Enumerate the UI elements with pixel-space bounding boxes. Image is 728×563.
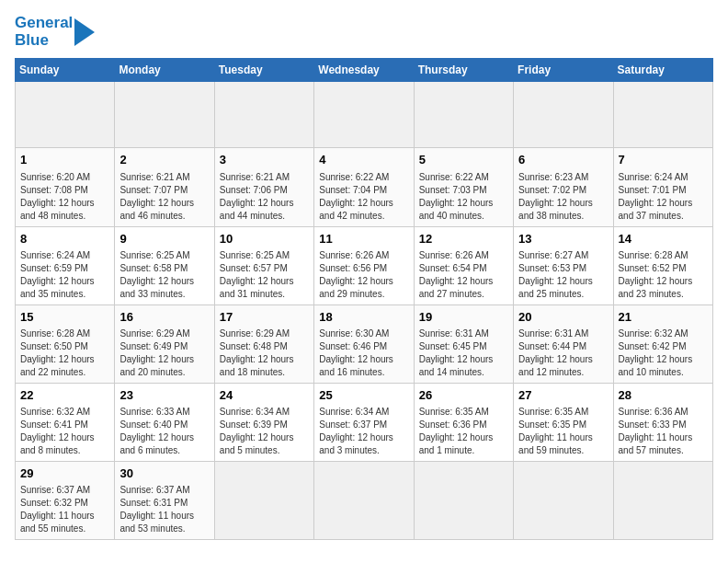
table-cell: 7Sunrise: 6:24 AMSunset: 7:01 PMDaylight…	[613, 148, 712, 226]
day-info: and 42 minutes.	[319, 210, 408, 223]
day-info: Daylight: 11 hours	[20, 510, 109, 523]
day-info: and 10 minutes.	[619, 366, 708, 379]
col-friday: Friday	[514, 59, 613, 82]
col-tuesday: Tuesday	[214, 59, 313, 82]
col-wednesday: Wednesday	[314, 59, 414, 82]
day-info: Sunset: 7:01 PM	[619, 184, 708, 197]
day-info: Sunrise: 6:33 AM	[119, 406, 209, 419]
table-cell: 25Sunrise: 6:34 AMSunset: 6:37 PMDayligh…	[314, 383, 414, 461]
day-info: Sunrise: 6:34 AM	[319, 406, 408, 419]
table-cell: 18Sunrise: 6:30 AMSunset: 6:46 PMDayligh…	[314, 304, 414, 383]
day-info: Daylight: 12 hours	[619, 197, 708, 210]
day-info: Sunset: 6:42 PM	[619, 340, 708, 353]
day-number: 22	[20, 387, 109, 404]
day-info: Daylight: 11 hours	[619, 431, 708, 444]
day-number: 25	[319, 387, 408, 404]
table-cell: 9Sunrise: 6:25 AMSunset: 6:58 PMDaylight…	[115, 226, 214, 304]
table-cell: 8Sunrise: 6:24 AMSunset: 6:59 PMDaylight…	[16, 226, 115, 304]
day-info: Sunset: 6:57 PM	[220, 262, 309, 275]
day-info: Sunset: 6:54 PM	[419, 262, 508, 275]
table-cell: 27Sunrise: 6:35 AMSunset: 6:35 PMDayligh…	[514, 383, 613, 461]
day-info: and 57 minutes.	[619, 444, 708, 457]
day-number: 4	[319, 152, 408, 168]
day-info: Sunrise: 6:25 AM	[119, 249, 209, 262]
day-number: 8	[20, 231, 109, 247]
day-info: Sunrise: 6:32 AM	[619, 327, 708, 340]
day-info: Sunrise: 6:20 AM	[20, 171, 109, 184]
table-cell: 10Sunrise: 6:25 AMSunset: 6:57 PMDayligh…	[214, 226, 313, 304]
day-info: Daylight: 12 hours	[119, 431, 209, 444]
table-cell	[314, 462, 414, 540]
day-info: Sunset: 6:36 PM	[419, 419, 508, 431]
day-info: and 22 minutes.	[20, 366, 109, 379]
day-info: Sunset: 7:07 PM	[119, 184, 209, 197]
table-cell: 4Sunrise: 6:22 AMSunset: 7:04 PMDaylight…	[314, 148, 414, 226]
day-info: Sunset: 6:35 PM	[518, 419, 608, 431]
table-cell	[414, 82, 513, 148]
day-info: Sunrise: 6:23 AM	[518, 171, 608, 184]
day-info: and 5 minutes.	[220, 444, 309, 457]
day-info: and 59 minutes.	[518, 444, 608, 457]
day-info: Daylight: 12 hours	[220, 275, 309, 288]
day-info: Sunrise: 6:24 AM	[619, 171, 708, 184]
day-info: Sunrise: 6:35 AM	[518, 406, 608, 419]
day-info: Sunset: 6:45 PM	[419, 340, 508, 353]
day-info: Sunrise: 6:24 AM	[20, 249, 109, 262]
table-cell: 16Sunrise: 6:29 AMSunset: 6:49 PMDayligh…	[115, 304, 214, 383]
day-number: 3	[220, 152, 309, 168]
table-cell	[613, 462, 712, 540]
table-cell: 29Sunrise: 6:37 AMSunset: 6:32 PMDayligh…	[16, 462, 115, 540]
day-info: Sunrise: 6:21 AM	[119, 171, 209, 184]
day-info: Sunset: 6:41 PM	[20, 419, 109, 431]
day-info: and 12 minutes.	[518, 366, 608, 379]
day-info: Sunset: 6:40 PM	[119, 419, 209, 431]
header: General Blue	[15, 15, 713, 49]
day-number: 16	[119, 309, 209, 326]
day-info: Daylight: 12 hours	[220, 431, 309, 444]
table-cell: 6Sunrise: 6:23 AMSunset: 7:02 PMDaylight…	[514, 148, 613, 226]
day-info: and 37 minutes.	[619, 210, 708, 223]
day-info: Sunrise: 6:21 AM	[220, 171, 309, 184]
day-info: Sunset: 6:59 PM	[20, 262, 109, 275]
col-monday: Monday	[115, 59, 214, 82]
day-number: 12	[419, 231, 508, 247]
day-info: Daylight: 12 hours	[419, 197, 508, 210]
day-info: Daylight: 12 hours	[119, 197, 209, 210]
day-info: and 18 minutes.	[220, 366, 309, 379]
day-info: and 23 minutes.	[619, 288, 708, 301]
table-cell: 20Sunrise: 6:31 AMSunset: 6:44 PMDayligh…	[514, 304, 613, 383]
table-cell: 2Sunrise: 6:21 AMSunset: 7:07 PMDaylight…	[115, 148, 214, 226]
day-info: Sunrise: 6:29 AM	[220, 327, 309, 340]
day-info: and 46 minutes.	[119, 210, 209, 223]
day-info: Sunset: 6:39 PM	[220, 419, 309, 431]
day-info: Sunset: 6:32 PM	[20, 497, 109, 510]
day-number: 10	[220, 231, 309, 247]
day-info: Daylight: 12 hours	[119, 353, 209, 366]
day-number: 6	[518, 152, 608, 168]
day-info: Daylight: 12 hours	[419, 275, 508, 288]
day-info: and 35 minutes.	[20, 288, 109, 301]
day-info: Daylight: 12 hours	[419, 431, 508, 444]
day-info: Daylight: 12 hours	[518, 197, 608, 210]
day-info: Sunrise: 6:31 AM	[419, 327, 508, 340]
calendar-table: Sunday Monday Tuesday Wednesday Thursday…	[15, 58, 713, 540]
day-info: Daylight: 12 hours	[20, 431, 109, 444]
day-info: Sunrise: 6:26 AM	[319, 249, 408, 262]
day-info: and 48 minutes.	[20, 210, 109, 223]
calendar-row	[16, 82, 713, 148]
calendar-row: 29Sunrise: 6:37 AMSunset: 6:32 PMDayligh…	[16, 462, 713, 540]
day-info: Daylight: 12 hours	[619, 275, 708, 288]
day-info: and 3 minutes.	[319, 444, 408, 457]
day-info: Daylight: 12 hours	[319, 197, 408, 210]
day-info: Sunrise: 6:34 AM	[220, 406, 309, 419]
day-info: Sunset: 7:03 PM	[419, 184, 508, 197]
day-info: and 14 minutes.	[419, 366, 508, 379]
day-number: 20	[518, 309, 608, 326]
table-cell: 21Sunrise: 6:32 AMSunset: 6:42 PMDayligh…	[613, 304, 712, 383]
day-info: Daylight: 11 hours	[119, 510, 209, 523]
table-cell	[214, 462, 313, 540]
day-info: and 29 minutes.	[319, 288, 408, 301]
day-info: Sunset: 6:48 PM	[220, 340, 309, 353]
day-info: Sunset: 6:52 PM	[619, 262, 708, 275]
day-info: Sunrise: 6:32 AM	[20, 406, 109, 419]
